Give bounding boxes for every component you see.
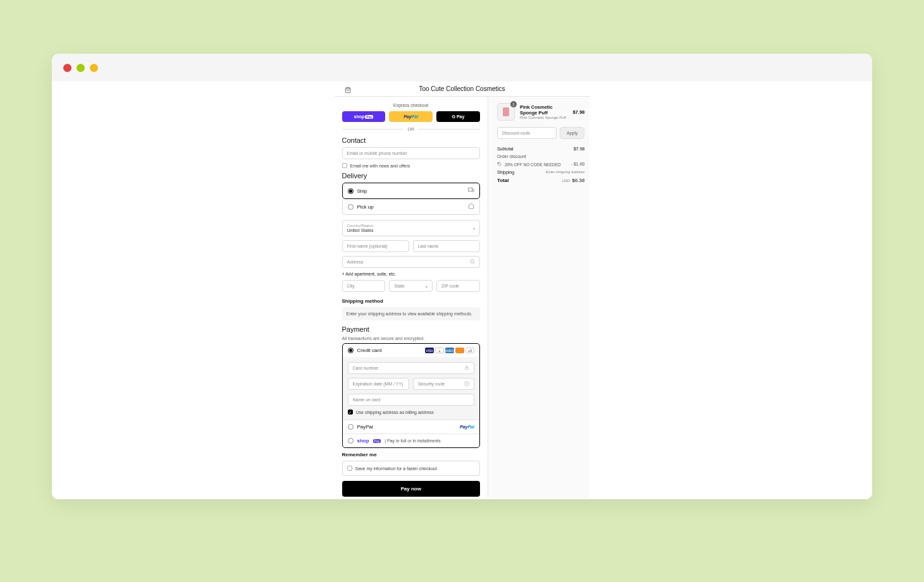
svg-rect-1 [468,188,472,191]
paypal-option[interactable]: PayPal PayPal [343,420,479,433]
lock-icon [464,365,469,372]
item-quantity-badge: 1 [510,101,517,107]
browser-frame: Too Cute Collection Cosmetics Express ch… [52,54,872,499]
bag-icon[interactable] [345,87,351,95]
remember-me-title: Remember me [342,452,480,458]
amex-icon: AMEX [445,348,454,353]
item-price: $7.98 [573,109,585,115]
item-variant: Pink Cosmetic Sponge Puff [520,116,568,119]
maximize-window-button[interactable] [90,64,98,72]
card-number-field[interactable]: Card number [348,362,474,374]
tag-icon [497,162,502,167]
close-window-button[interactable] [63,64,71,72]
titlebar [52,54,872,82]
discount-code-field[interactable]: Discount code [497,127,557,139]
add-apartment-link[interactable]: + Add apartment, suite, etc. [342,272,480,276]
checkout-header: Too Cute Collection Cosmetics [335,82,590,97]
city-field[interactable]: City [342,280,386,292]
use-shipping-checkbox[interactable]: ✓ Use shipping address as billing addres… [348,409,474,415]
newsletter-checkbox[interactable]: Email me with news and offers [342,163,480,168]
expiry-field[interactable]: Expiration date (MM / YY) [348,378,409,390]
item-name: Pink Cosmetic Sponge Puff [520,104,568,116]
shipping-label: Shipping [497,170,514,174]
svg-point-3 [471,260,474,263]
gpay-button[interactable]: G Pay [436,111,480,122]
store-name: Too Cute Collection Cosmetics [419,85,505,92]
delivery-title: Delivery [342,172,480,179]
subtotal-value: $7.98 [574,147,585,151]
shoppay-button[interactable]: shopPay [342,111,386,122]
pay-now-button[interactable]: Pay now [342,481,480,497]
svg-point-8 [498,163,499,164]
country-select[interactable]: Country/Region United States ▾ [342,220,480,236]
shipping-method-message: Enter your shipping address to view avai… [342,307,480,320]
paypal-button[interactable]: PayPal [389,111,433,122]
paypal-logo: PayPal [460,425,474,429]
page-content: Too Cute Collection Cosmetics Express ch… [52,82,872,499]
svg-line-4 [474,262,474,263]
email-field[interactable]: Email or mobile phone number [342,147,480,159]
name-on-card-field[interactable]: Name on card [348,394,474,406]
traffic-lights [63,64,98,72]
order-summary: 1 Pink Cosmetic Sponge Puff Pink Cosmeti… [488,97,590,498]
remember-me-checkbox[interactable]: Save my information for a faster checkou… [342,461,480,476]
store-icon [468,203,474,210]
total-label: Total [497,178,509,183]
payment-subtitle: All transactions are secure and encrypte… [342,336,480,341]
order-discount-label: Order discount [497,154,526,159]
ship-option[interactable]: Ship [343,183,479,198]
radio-checked-icon [348,348,354,353]
chevron-down-icon: ▾ [473,226,475,231]
first-name-field[interactable]: First name (optional) [342,240,409,252]
subtotal-label: Subtotal [497,147,514,151]
discount-value: - $1.60 [571,162,585,167]
truck-icon [468,187,474,195]
payment-title: Payment [342,325,480,333]
shipping-value: Enter shipping address [546,170,584,174]
pickup-option[interactable]: Pick up [343,199,479,214]
apply-discount-button[interactable]: Apply [560,127,585,139]
zip-field[interactable]: ZIP code [436,280,480,292]
radio-icon [348,438,354,444]
minimize-window-button[interactable] [77,64,85,72]
checkout-page: Too Cute Collection Cosmetics Express ch… [335,82,590,499]
last-name-field[interactable]: Last name [413,240,480,252]
svg-point-6 [465,381,469,385]
mastercard-icon: ●● [435,348,444,353]
state-select[interactable]: State▾ [389,280,433,292]
visa-icon: VISA [425,348,434,353]
checkout-form: Express checkout shopPay PayPal G Pay OR… [335,97,488,498]
shoppay-installments-option[interactable]: shopPay | Pay in full or in installments [343,433,479,447]
radio-icon [348,424,354,430]
or-divider: OR [407,127,414,131]
radio-checked-icon [348,188,354,194]
product-thumbnail: 1 [497,103,515,121]
shipping-method-title: Shipping method [342,298,480,304]
svg-marker-2 [472,189,474,191]
more-cards-icon: +3 [465,348,474,353]
express-checkout-label: Express checkout [342,103,480,107]
discount-badge: 20% OFF NO CODE NEEDED [497,162,561,167]
credit-card-option[interactable]: Credit card VISA ●● AMEX +3 [343,344,479,357]
radio-icon [348,204,354,210]
total-value: USD$6.38 [562,178,585,183]
chevron-down-icon: ▾ [426,284,428,288]
search-icon [470,259,475,265]
help-icon [464,381,469,387]
address-field[interactable]: Address [342,256,480,268]
discover-icon [455,348,464,353]
svg-rect-5 [465,367,469,369]
cvv-field[interactable]: Security code [413,378,474,390]
contact-title: Contact [342,136,480,144]
